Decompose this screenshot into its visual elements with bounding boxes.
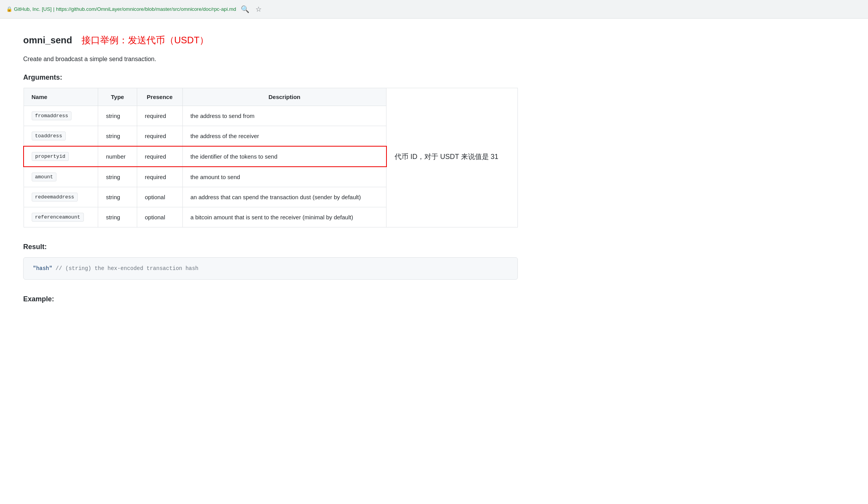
- cell-type: number: [98, 146, 137, 167]
- cell-description: the address to send from: [182, 106, 386, 126]
- lock-icon: 🔒: [6, 6, 12, 12]
- browser-toolbar-icons: 🔍 ☆: [241, 5, 262, 14]
- arguments-heading: Arguments:: [23, 73, 518, 82]
- page-title-main: omni_send: [23, 35, 72, 46]
- example-section: Example:: [23, 295, 518, 303]
- result-code-string: "hash": [33, 265, 52, 272]
- col-header-description: Description: [182, 88, 386, 106]
- arguments-table: Name Type Presence Description fromaddre…: [23, 88, 518, 227]
- table-row: amountstringrequiredthe amount to send: [24, 167, 518, 187]
- result-code-comment: // (string) the hex-encoded transaction …: [56, 265, 199, 272]
- bookmark-icon[interactable]: ☆: [255, 5, 262, 14]
- param-name-code: propertyid: [32, 152, 69, 161]
- cell-name: referenceamount: [24, 207, 98, 227]
- cell-annotation: [386, 167, 518, 187]
- cell-description: the address of the receiver: [182, 126, 386, 147]
- result-heading: Result:: [23, 243, 518, 251]
- table-header-row: Name Type Presence Description: [24, 88, 518, 106]
- table-row: propertyidnumberrequiredthe identifier o…: [24, 146, 518, 167]
- cell-presence: required: [137, 106, 182, 126]
- cell-name: amount: [24, 167, 98, 187]
- cell-presence: required: [137, 167, 182, 187]
- cell-presence: optional: [137, 207, 182, 227]
- col-header-name: Name: [24, 88, 98, 106]
- cell-presence: required: [137, 146, 182, 167]
- param-name-code: fromaddress: [32, 111, 72, 120]
- cell-description: an address that can spend the transactio…: [182, 187, 386, 207]
- col-header-type: Type: [98, 88, 137, 106]
- table-row: redeemaddressstringoptionalan address th…: [24, 187, 518, 207]
- cell-presence: optional: [137, 187, 182, 207]
- cell-description: a bitcoin amount that is sent to the rec…: [182, 207, 386, 227]
- cell-type: string: [98, 207, 137, 227]
- col-header-presence: Presence: [137, 88, 182, 106]
- example-heading: Example:: [23, 295, 518, 303]
- param-name-code: amount: [32, 173, 57, 181]
- browser-chrome: 🔒 GitHub, Inc. [US] | https://github.com…: [0, 0, 868, 19]
- browser-url-display[interactable]: https://github.com/OmniLayer/omnicore/bl…: [56, 6, 236, 12]
- table-row: fromaddressstringrequiredthe address to …: [24, 106, 518, 126]
- param-name-code: redeemaddress: [32, 193, 78, 202]
- browser-site-identity: GitHub, Inc. [US]: [14, 6, 52, 12]
- cell-annotation: [386, 207, 518, 227]
- cell-name: propertyid: [24, 146, 98, 167]
- table-row: toaddressstringrequiredthe address of th…: [24, 126, 518, 147]
- cell-type: string: [98, 126, 137, 147]
- search-icon[interactable]: 🔍: [241, 5, 249, 14]
- cell-name: toaddress: [24, 126, 98, 147]
- table-row: referenceamountstringoptionala bitcoin a…: [24, 207, 518, 227]
- cell-presence: required: [137, 126, 182, 147]
- cell-annotation: [386, 106, 518, 126]
- page-content: omni_send 接口举例：发送代币（USDT） Create and bro…: [0, 19, 541, 319]
- url-path: github.com/OmniLayer/omnicore/blob/maste…: [71, 6, 236, 12]
- cell-description: the amount to send: [182, 167, 386, 187]
- cell-type: string: [98, 187, 137, 207]
- cell-name: redeemaddress: [24, 187, 98, 207]
- result-code-block: "hash" // (string) the hex-encoded trans…: [23, 257, 518, 280]
- page-description: Create and broadcast a simple send trans…: [23, 56, 518, 63]
- cell-annotation: [386, 126, 518, 147]
- result-section: Result: "hash" // (string) the hex-encod…: [23, 243, 518, 280]
- cell-name: fromaddress: [24, 106, 98, 126]
- browser-separator: |: [53, 6, 54, 12]
- cell-annotation: 代币 ID，对于 USDT 来说值是 31: [386, 146, 518, 167]
- cell-annotation: [386, 187, 518, 207]
- param-name-code: referenceamount: [32, 213, 84, 222]
- page-header: omni_send 接口举例：发送代币（USDT）: [23, 34, 518, 46]
- cell-description: the identifier of the tokens to send: [182, 146, 386, 167]
- cell-type: string: [98, 106, 137, 126]
- url-protocol: https://: [56, 6, 71, 12]
- col-header-annotation: [386, 88, 518, 106]
- page-title-chinese: 接口举例：发送代币（USDT）: [82, 34, 209, 46]
- param-name-code: toaddress: [32, 132, 66, 140]
- cell-type: string: [98, 167, 137, 187]
- browser-lock-indicator: 🔒 GitHub, Inc. [US] | https://github.com…: [6, 6, 236, 12]
